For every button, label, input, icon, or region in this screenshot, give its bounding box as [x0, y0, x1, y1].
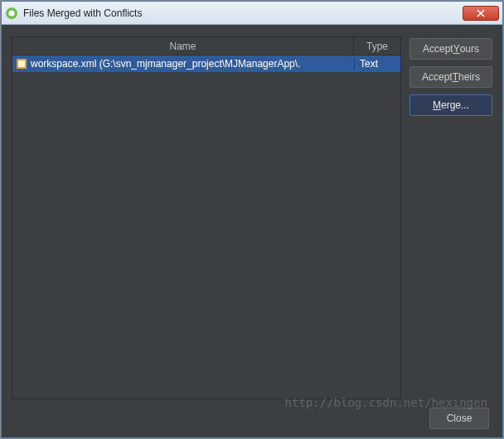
accept-theirs-button[interactable]: Accept Theirs — [410, 66, 492, 88]
close-icon — [476, 9, 486, 17]
table-row[interactable]: workspace.xml (G:\svn_mjmanager_project\… — [12, 55, 400, 72]
close-button[interactable]: Close — [429, 408, 489, 429]
label-mnemonic: M — [433, 99, 441, 111]
window-title: Files Merged with Conflicts — [23, 7, 463, 19]
label-part: ours — [460, 43, 479, 55]
footer: Close — [12, 408, 492, 429]
app-icon — [5, 7, 18, 20]
window-close-button[interactable] — [463, 6, 499, 21]
list-body[interactable]: workspace.xml (G:\svn_mjmanager_project\… — [12, 55, 400, 398]
label-part: heirs — [458, 71, 480, 83]
label-mnemonic: Y — [453, 43, 460, 55]
column-header-type[interactable]: Type — [354, 37, 400, 55]
label-part: Accept — [422, 71, 453, 83]
side-buttons: Accept Yours Accept Theirs Merge... — [410, 36, 492, 399]
svg-rect-3 — [18, 60, 25, 67]
label-part: Accept — [423, 43, 453, 55]
label-part: erge... — [441, 99, 469, 111]
main-row: Name Type workspace.xml (G:\svn_mjmanage… — [12, 36, 492, 399]
file-list-panel: Name Type workspace.xml (G:\svn_mjmanage… — [12, 36, 401, 399]
label-mnemonic: T — [453, 71, 458, 83]
merge-button[interactable]: Merge... — [410, 94, 492, 116]
svg-point-1 — [9, 10, 15, 16]
xml-file-icon — [16, 58, 27, 70]
dialog-window: Files Merged with Conflicts Name Type — [1, 1, 503, 438]
accept-yours-button[interactable]: Accept Yours — [410, 38, 492, 60]
content-area: Name Type workspace.xml (G:\svn_mjmanage… — [2, 25, 502, 437]
list-header: Name Type — [12, 37, 400, 55]
column-header-name[interactable]: Name — [12, 37, 354, 55]
cell-type: Text — [354, 58, 400, 70]
titlebar: Files Merged with Conflicts — [2, 2, 502, 25]
cell-name: workspace.xml (G:\svn_mjmanager_project\… — [31, 58, 354, 70]
